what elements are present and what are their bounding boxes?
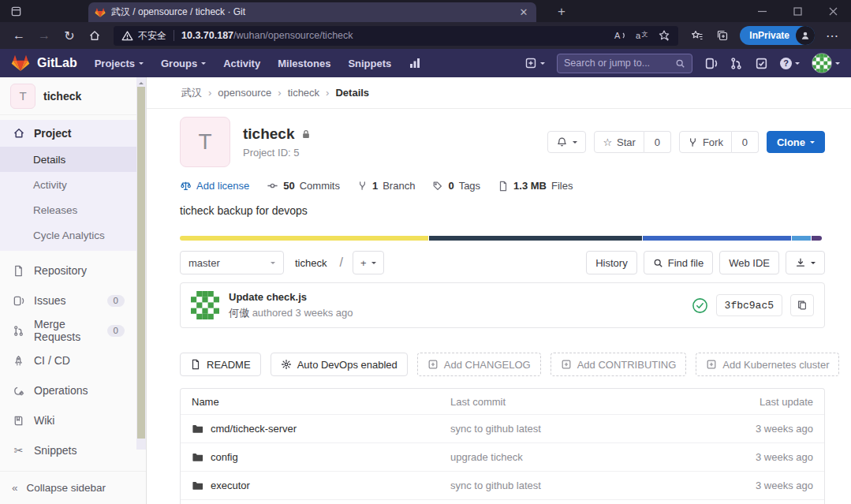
- add-contributing-button[interactable]: Add CONTRIBUTING: [551, 353, 687, 376]
- sidebar-item-project[interactable]: Project: [0, 120, 146, 147]
- add-license-link[interactable]: Add license: [180, 180, 249, 192]
- breadcrumb-group[interactable]: 武汉: [181, 86, 202, 100]
- file-name-link[interactable]: cmd/ticheck-server: [211, 423, 297, 435]
- branches-stat[interactable]: 1 Branch: [357, 180, 415, 192]
- table-row[interactable]: cmd/ticheck-server sync to github latest…: [181, 414, 824, 442]
- fork-button[interactable]: Fork: [679, 131, 732, 153]
- browser-tab[interactable]: 武汉 / opensource / ticheck · Git ✕: [88, 2, 536, 22]
- download-dropdown[interactable]: [786, 251, 825, 274]
- tab-actions-menu-button[interactable]: [7, 3, 24, 19]
- clone-button[interactable]: Clone: [767, 131, 825, 153]
- sidebar-item-details[interactable]: Details: [0, 147, 146, 172]
- star-button[interactable]: ☆ Star: [594, 131, 644, 153]
- inprivate-badge[interactable]: InPrivate: [740, 26, 815, 45]
- address-bar[interactable]: 不安全 10.3.70.187/wuhan/opensource/ticheck…: [114, 26, 678, 46]
- close-window-button[interactable]: [816, 0, 851, 22]
- favorites-bar-button[interactable]: [685, 24, 710, 47]
- gitlab-logo[interactable]: [11, 54, 30, 73]
- sidebar-section-project: Project Details Activity Releases Cycle …: [0, 120, 146, 251]
- table-row[interactable]: config upgrade ticheck 3 weeks ago: [181, 442, 824, 471]
- help-menu-button[interactable]: ?: [780, 58, 800, 69]
- commit-sha[interactable]: 3fbc9ac5: [716, 294, 782, 316]
- profile-avatar[interactable]: [796, 26, 815, 45]
- web-ide-button[interactable]: Web IDE: [719, 251, 779, 274]
- file-name-link[interactable]: config: [211, 451, 238, 463]
- scrollbar-thumb[interactable]: [137, 87, 145, 439]
- tab-close-icon[interactable]: ✕: [517, 6, 530, 18]
- global-search[interactable]: [557, 54, 692, 73]
- nav-activity[interactable]: Activity: [223, 58, 260, 69]
- breadcrumb-project[interactable]: ticheck: [288, 87, 319, 99]
- site-security[interactable]: 不安全: [121, 29, 166, 43]
- branch-selector[interactable]: master: [180, 251, 284, 274]
- commit-author-avatar[interactable]: [191, 291, 219, 319]
- todos-nav-icon[interactable]: [755, 57, 768, 70]
- minimize-button[interactable]: [745, 0, 780, 22]
- nav-groups[interactable]: Groups: [161, 58, 206, 69]
- sidebar-item-issues[interactable]: Issues 0: [0, 286, 146, 315]
- sidebar-item-repository[interactable]: Repository: [0, 256, 146, 286]
- sidebar-item-cicd[interactable]: CI / CD: [0, 345, 146, 375]
- find-file-button[interactable]: Find file: [644, 251, 714, 274]
- star-count[interactable]: 0: [644, 131, 671, 153]
- sidebar-item-releases[interactable]: Releases: [0, 197, 146, 222]
- gitlab-brand[interactable]: GitLab: [37, 56, 77, 70]
- sidebar-project-context[interactable]: T ticheck: [0, 77, 146, 115]
- sidebar-item-merge-requests[interactable]: Merge Requests 0: [0, 315, 146, 345]
- nav-milestones[interactable]: Milestones: [278, 58, 330, 69]
- new-menu-button[interactable]: [524, 57, 545, 69]
- readme-button[interactable]: README: [180, 353, 261, 376]
- pipeline-status-icon[interactable]: [692, 297, 708, 314]
- collections-button[interactable]: [710, 24, 735, 47]
- table-row[interactable]: internal sync to github latest 3 weeks a…: [181, 499, 824, 504]
- files-stat[interactable]: 1.3 MB Files: [498, 180, 573, 192]
- table-row[interactable]: executor sync to github latest 3 weeks a…: [181, 471, 824, 499]
- history-button[interactable]: History: [586, 251, 636, 274]
- breadcrumb-subgroup[interactable]: opensource: [218, 87, 271, 99]
- commit-message-link[interactable]: sync to github latest: [450, 480, 711, 491]
- notifications-dropdown[interactable]: [547, 131, 586, 153]
- project-avatar-small: T: [10, 84, 35, 109]
- translate-button[interactable]: a文: [631, 27, 653, 45]
- commit-message-link[interactable]: upgrade ticheck: [450, 451, 711, 463]
- refresh-button[interactable]: ↻: [57, 24, 82, 47]
- commit-author-link[interactable]: 何傲: [229, 307, 249, 319]
- nav-snippets[interactable]: Snippets: [348, 58, 391, 69]
- merge-requests-nav-icon[interactable]: [730, 57, 743, 70]
- home-button[interactable]: [82, 24, 107, 47]
- forward-button[interactable]: →: [32, 24, 57, 47]
- search-input[interactable]: [564, 58, 675, 69]
- tags-stat[interactable]: 0 Tags: [432, 180, 480, 192]
- scroll-up-arrow[interactable]: [139, 80, 144, 84]
- add-kubernetes-button[interactable]: Add Kubernetes cluster: [696, 353, 839, 376]
- sidebar-item-operations[interactable]: Operations: [0, 375, 146, 405]
- file-name-link[interactable]: executor: [211, 480, 250, 491]
- browser-menu-button[interactable]: ⋯: [819, 24, 845, 47]
- add-file-dropdown[interactable]: +: [353, 251, 384, 274]
- address-divider: [174, 30, 174, 41]
- collapse-sidebar-button[interactable]: « Collapse sidebar: [0, 471, 146, 504]
- maximize-button[interactable]: [780, 0, 816, 22]
- commit-title-link[interactable]: Update check.js: [229, 291, 353, 303]
- read-aloud-button[interactable]: A: [609, 27, 631, 45]
- sidebar-item-snippets[interactable]: ✂ Snippets: [0, 435, 146, 465]
- copy-sha-button[interactable]: [790, 294, 814, 316]
- sidebar-scrollbar[interactable]: [136, 77, 146, 450]
- nav-projects[interactable]: Projects: [95, 58, 144, 69]
- back-button[interactable]: ←: [6, 24, 32, 47]
- sidebar-item-cycle-analytics[interactable]: Cycle Analytics: [0, 222, 146, 248]
- add-favorite-icon[interactable]: [653, 27, 675, 45]
- new-tab-button[interactable]: +: [552, 2, 571, 21]
- sidebar-item-activity[interactable]: Activity: [0, 172, 146, 197]
- issues-nav-icon[interactable]: [704, 57, 718, 70]
- sidebar-item-wiki[interactable]: Wiki: [0, 405, 146, 435]
- commit-right: 3fbc9ac5: [692, 294, 814, 316]
- auto-devops-button[interactable]: Auto DevOps enabled: [271, 353, 408, 376]
- tree-root-link[interactable]: ticheck: [295, 257, 327, 269]
- fork-count[interactable]: 0: [732, 131, 759, 153]
- user-menu-button[interactable]: [812, 53, 840, 73]
- add-changelog-button[interactable]: Add CHANGELOG: [417, 353, 541, 376]
- analytics-chart-icon[interactable]: [409, 57, 421, 69]
- commit-message-link[interactable]: sync to github latest: [450, 423, 711, 435]
- commits-stat[interactable]: 50 Commits: [267, 180, 340, 192]
